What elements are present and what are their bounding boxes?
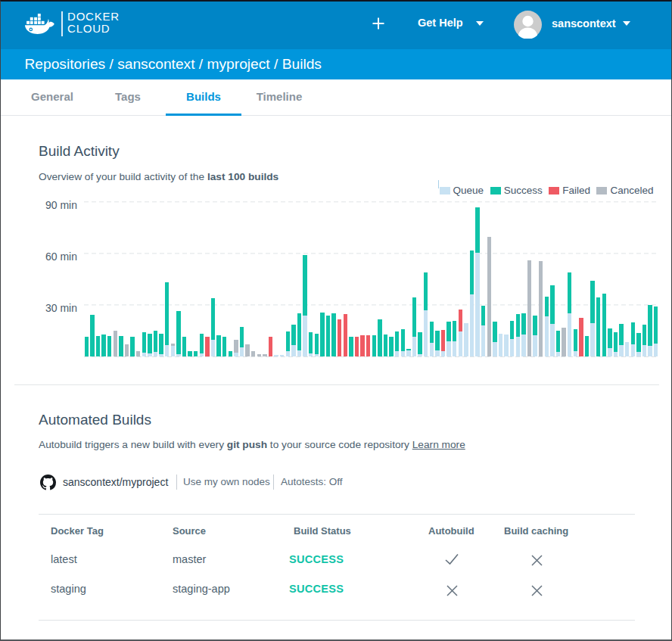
- svg-text:90 min: 90 min: [45, 199, 77, 211]
- svg-text:30 min: 30 min: [45, 302, 77, 314]
- svg-text:60 min: 60 min: [45, 250, 77, 263]
